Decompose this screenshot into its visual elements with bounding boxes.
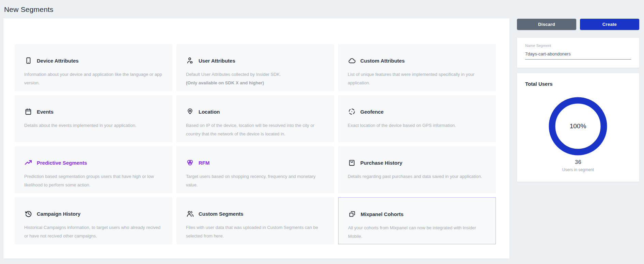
trend-arrow-icon bbox=[24, 159, 32, 167]
card-description: Details about the events implemented in … bbox=[24, 121, 163, 130]
total-users-panel: Total Users 100% 36 Users in segment bbox=[517, 73, 639, 182]
create-button[interactable]: Create bbox=[580, 19, 639, 30]
category-card-user-attributes[interactable]: User Attributes Default User Attributes … bbox=[176, 44, 334, 91]
category-card-events[interactable]: Events Details about the events implemen… bbox=[15, 95, 172, 142]
card-title: Events bbox=[37, 109, 53, 115]
discard-button[interactable]: Discard bbox=[517, 19, 576, 30]
card-title: Geofence bbox=[360, 109, 383, 115]
card-description: Target users based on shopping recency, … bbox=[186, 172, 325, 189]
card-title: Location bbox=[199, 109, 220, 115]
geofence-crosshair-icon bbox=[348, 108, 356, 116]
card-title: Device Attributes bbox=[37, 58, 79, 64]
card-description: Information about your device and applic… bbox=[24, 70, 163, 87]
total-users-donut-chart: 100% bbox=[546, 94, 610, 159]
card-description: Details regarding past purchases and dat… bbox=[348, 172, 486, 181]
card-description: Historical Campaigns information, to tar… bbox=[24, 223, 163, 240]
link-squares-icon bbox=[348, 210, 356, 218]
card-description: Prediction based segmentation groups use… bbox=[24, 172, 163, 189]
page-title: New Segments bbox=[4, 5, 53, 14]
users-icon bbox=[186, 210, 194, 218]
card-title: User Attributes bbox=[199, 58, 235, 64]
card-description: Based on IP of the device, location will… bbox=[186, 121, 325, 138]
card-description: Exact location of the device based on GP… bbox=[348, 121, 486, 130]
category-card-rfm[interactable]: RFM Target users based on shopping recen… bbox=[176, 146, 334, 193]
card-title: Custom Attributes bbox=[360, 58, 405, 64]
segment-categories-panel: Choose a category before creating a new … bbox=[3, 18, 509, 259]
users-count-caption: Users in segment bbox=[517, 167, 639, 172]
card-title: RFM bbox=[199, 160, 210, 166]
card-title: Predictive Segments bbox=[37, 160, 87, 166]
shopping-bag-icon bbox=[348, 159, 356, 167]
name-segment-panel: Name Segment bbox=[517, 38, 639, 68]
category-card-custom-segments[interactable]: Custom Segments Files with user data tha… bbox=[176, 197, 334, 244]
calendar-icon bbox=[24, 108, 32, 116]
category-card-mixpanel-cohorts[interactable]: Mixpanel Cohorts All your cohorts from M… bbox=[338, 197, 496, 244]
card-description: All your cohorts from Mixpanel can now b… bbox=[348, 224, 486, 241]
category-cards-grid: Device Attributes Information about your… bbox=[15, 44, 496, 244]
smartphone-icon bbox=[24, 56, 32, 65]
category-card-custom-attributes[interactable]: Custom Attributes List of unique feature… bbox=[338, 44, 496, 91]
cloud-icon bbox=[348, 56, 356, 65]
map-pin-icon bbox=[186, 108, 194, 116]
category-card-purchase-history[interactable]: Purchase History Details regarding past … bbox=[338, 146, 496, 193]
name-segment-input[interactable] bbox=[525, 50, 631, 60]
users-count: 36 bbox=[517, 159, 639, 166]
card-description: Default User Attributes collected by Ins… bbox=[186, 70, 325, 79]
donut-percent-label: 100% bbox=[546, 94, 610, 159]
card-title: Campaign History bbox=[37, 211, 80, 217]
category-card-geofence[interactable]: Geofence Exact location of the device ba… bbox=[338, 95, 496, 142]
name-segment-label: Name Segment bbox=[525, 44, 551, 48]
total-users-title: Total Users bbox=[525, 81, 553, 87]
card-title: Mixpanel Cohorts bbox=[361, 211, 404, 217]
category-card-location[interactable]: Location Based on IP of the device, loca… bbox=[176, 95, 334, 142]
card-description-bold: (Only available on SDK X and higher) bbox=[186, 79, 325, 87]
category-card-device-attributes[interactable]: Device Attributes Information about your… bbox=[15, 44, 172, 91]
history-clock-icon bbox=[24, 210, 32, 218]
user-badge-icon bbox=[186, 56, 194, 65]
card-title: Purchase History bbox=[360, 160, 402, 166]
card-description: Files with user data that was uploaded i… bbox=[186, 223, 325, 240]
category-card-predictive-segments[interactable]: Predictive Segments Prediction based seg… bbox=[15, 146, 172, 193]
venn-circles-icon bbox=[186, 159, 194, 167]
card-title: Custom Segments bbox=[199, 211, 244, 217]
card-description: List of unique features that were implem… bbox=[348, 70, 486, 87]
category-card-campaign-history[interactable]: Campaign History Historical Campaigns in… bbox=[15, 197, 172, 244]
